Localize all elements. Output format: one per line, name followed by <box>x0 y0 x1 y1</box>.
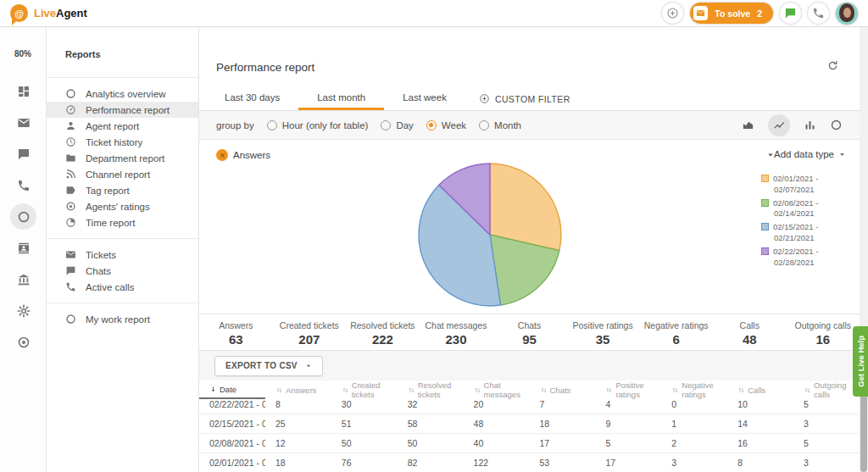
bar-chart-button[interactable] <box>804 119 816 131</box>
custom-filter-button[interactable]: CUSTOM FILTER <box>479 87 570 110</box>
rail-item-help[interactable] <box>0 326 47 358</box>
radio-day[interactable]: Day <box>381 120 413 130</box>
sort-icon <box>408 386 415 394</box>
sidebar-item-label: Performance report <box>86 105 170 115</box>
table-cell: 82 <box>398 458 464 468</box>
topbar-actions: To solve 2 <box>662 3 858 25</box>
sidebar-item-my-work-report[interactable]: My work report <box>47 311 198 327</box>
line-chart-button[interactable] <box>768 114 790 136</box>
column-header-label: Date <box>220 385 236 394</box>
tab-last-month[interactable]: Last month <box>298 87 384 110</box>
table-cell: 58 <box>398 419 464 429</box>
answers-series-chip[interactable]: Answers <box>216 149 270 161</box>
radio-month[interactable]: Month <box>479 120 521 130</box>
sort-icon <box>804 386 811 394</box>
refresh-icon <box>826 59 839 72</box>
table-cell: 17 <box>595 458 661 468</box>
column-header-chat-messages[interactable]: Chat messages <box>464 380 530 399</box>
divider <box>47 77 198 78</box>
calls-button[interactable] <box>808 3 829 24</box>
reports-menu: Analytics overviewPerformance reportAgen… <box>47 86 198 327</box>
area-chart-button[interactable] <box>742 119 754 131</box>
to-solve-button[interactable]: To solve 2 <box>690 3 773 24</box>
column-header-outgoing-calls[interactable]: Outgoing calls <box>793 380 860 399</box>
sidebar-item-ticket-history[interactable]: Ticket history <box>47 134 198 150</box>
column-header-calls[interactable]: Calls <box>727 380 793 399</box>
divider <box>47 303 198 303</box>
ring-icon <box>65 314 76 325</box>
legend-swatch <box>761 247 769 255</box>
sidebar-item-tickets[interactable]: Tickets <box>47 247 198 263</box>
legend-item[interactable]: 02/08/2021 -02/14/2021 <box>761 198 848 220</box>
sidebar-item-time-report[interactable]: Time report <box>47 214 198 230</box>
column-header-positive-ratings[interactable]: Positive ratings <box>595 380 661 399</box>
bank-icon <box>17 273 31 286</box>
radio-week[interactable]: Week <box>426 120 466 130</box>
table-cell: 30 <box>331 399 398 409</box>
rail-item-tickets[interactable] <box>0 107 47 138</box>
column-header-answers[interactable]: Answers <box>265 380 331 399</box>
stat-label: Positive ratings <box>572 320 632 330</box>
get-live-help-tab[interactable]: Get Live Help <box>853 326 868 397</box>
legend-item[interactable]: 02/22/2021 -02/28/2021 <box>761 247 848 269</box>
table-cell: 5 <box>595 438 661 448</box>
sidebar-item-agents-ratings[interactable]: Agents' ratings <box>47 198 198 214</box>
sort-icon <box>671 386 679 394</box>
legend-swatch <box>761 223 769 230</box>
stat-value: 6 <box>672 332 679 347</box>
sidebar-item-analytics-overview[interactable]: Analytics overview <box>47 86 198 102</box>
tab-last-30-days[interactable]: Last 30 days <box>206 87 298 110</box>
sidebar-item-channel-report[interactable]: Channel report <box>47 166 198 182</box>
phone-icon <box>65 281 76 292</box>
legend-item[interactable]: 02/15/2021 -02/21/2021 <box>761 222 848 244</box>
chats-button[interactable] <box>780 3 801 24</box>
rail-item-chats[interactable] <box>0 138 47 169</box>
radio-label: Week <box>442 120 466 130</box>
table-cell: 20 <box>464 399 530 409</box>
tag-icon <box>65 185 76 196</box>
add-new-button[interactable] <box>662 3 683 24</box>
column-header-label: Chats <box>550 386 571 395</box>
rail-item-contacts[interactable] <box>0 232 47 264</box>
sidebar-item-chats[interactable]: Chats <box>47 263 198 279</box>
table-row: 02/01/2021 - 0...1876821225317383 <box>199 453 860 472</box>
liveagent-logo[interactable]: @ LiveAgent <box>10 4 87 22</box>
rail-item-reports[interactable] <box>0 201 47 232</box>
radio-icon <box>479 120 489 130</box>
user-avatar[interactable] <box>836 3 858 25</box>
add-data-type-button[interactable]: Add data type <box>774 149 846 159</box>
table-cell: 9 <box>595 419 661 429</box>
sidebar-item-label: Time report <box>86 218 135 228</box>
pie-chart[interactable] <box>417 162 563 308</box>
sidebar-item-active-calls[interactable]: Active calls <box>47 279 198 295</box>
column-header-date[interactable]: Date <box>199 380 265 399</box>
sidebar-item-agent-report[interactable]: Agent report <box>47 118 198 134</box>
stat-negative-ratings: Negative ratings6 <box>639 314 713 350</box>
rail-item-company[interactable] <box>0 264 47 295</box>
pie-chart-button[interactable] <box>830 119 843 131</box>
sidebar-item-tag-report[interactable]: Tag report <box>47 182 198 198</box>
sidebar-item-department-report[interactable]: Department report <box>47 150 198 166</box>
sort-icon <box>474 386 481 394</box>
legend-item[interactable]: 02/01/2021 -02/07/2021 <box>761 174 848 196</box>
rail-items <box>0 75 46 358</box>
ringdot-icon <box>17 336 31 349</box>
sort-icon <box>540 386 548 394</box>
rail-item-settings[interactable] <box>0 295 47 326</box>
export-csv-button[interactable]: EXPORT TO CSV <box>214 356 323 376</box>
column-header-resolved-tickets[interactable]: Resolved tickets <box>398 380 464 399</box>
column-header-negative-ratings[interactable]: Negative ratings <box>661 380 727 399</box>
plus-circle-icon <box>666 7 679 19</box>
to-solve-count: 2 <box>757 8 762 19</box>
column-header-label: Chat messages <box>484 380 530 399</box>
rail-item-dashboard[interactable] <box>0 75 47 107</box>
refresh-button[interactable] <box>826 59 839 72</box>
column-header-chats[interactable]: Chats <box>530 380 596 399</box>
column-header-created-tickets[interactable]: Created tickets <box>331 380 398 399</box>
radio-hour-only-for-table-[interactable]: Hour (only for table) <box>267 120 369 130</box>
export-csv-label: EXPORT TO CSV <box>225 361 298 370</box>
remove-series-icon[interactable] <box>216 149 228 161</box>
sidebar-item-performance-report[interactable]: Performance report <box>47 102 198 118</box>
tab-last-week[interactable]: Last week <box>384 87 465 110</box>
rail-item-calls[interactable] <box>0 169 47 201</box>
